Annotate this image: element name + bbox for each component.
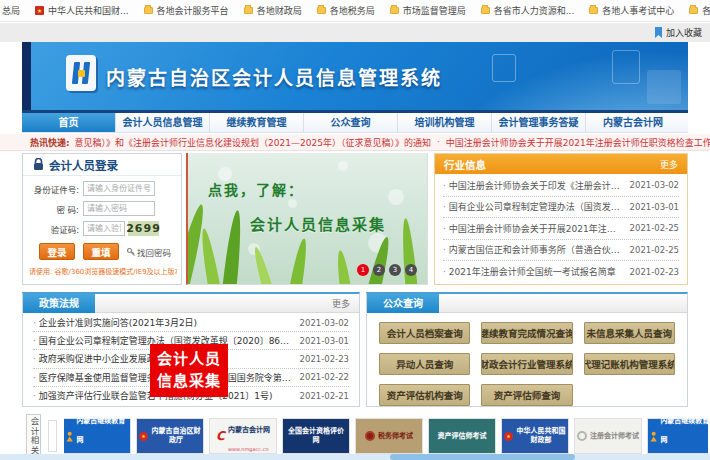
person-icon [650,431,657,442]
industry-panel-title: 行业信息 [444,157,486,172]
ticker-news-link[interactable]: 意见稿）》和《注册会计师行业信息化建设规划（2021—2025年）（征求意见稿）… [75,136,431,149]
captcha-input[interactable] [83,221,125,236]
carousel-dot-4[interactable]: 4 [405,264,417,276]
news-item[interactable]: 国有企业公司章程制定管理办法（国资发改革规〔2020...2021-03-01 [443,197,679,219]
partner-logo-jxjy[interactable]: 内蒙古继续教育网www.nmgjxjy.com [64,419,130,453]
news-item[interactable]: 中国注册会计师协会关于印发《注册会计师行业发展规...2021-03-02 [443,175,679,197]
lock-icon [33,158,44,171]
favorites-strip: 加入收藏 [0,23,710,42]
add-to-favorites-link[interactable]: 加入收藏 [654,26,702,39]
industry-more-link[interactable]: 更多 [660,158,678,171]
query-continuing-education-button[interactable]: 继续教育完成情况查询 [481,322,572,344]
bookmark-item[interactable]: 各地人事考试中心 [589,4,674,17]
partner-logo-ministry-of-finance[interactable]: 中华人民共和国财政部 [502,419,568,453]
main-navigation: 首页 会计人员信息管理 继续教育管理 公众查询 培训机构管理 会计管理事务答疑 … [22,113,688,133]
bookmark-item[interactable]: 市场监督管理局 [390,4,466,17]
query-transferred-personnel-button[interactable]: 异动人员查询 [379,353,470,375]
nav-tab-public-query[interactable]: 公众查询 [304,113,398,132]
partner-logo-national-qualification[interactable]: 全国会计资格评价网 [283,419,349,453]
captcha-image[interactable]: 2699 [128,221,159,236]
browser-requirement-note: 请使用: 谷歌/360浏览器极速模式/IE9及以上版本 [29,266,177,276]
carousel-dot-1[interactable]: 1 [357,264,369,276]
id-input[interactable] [83,181,155,196]
partner-logo-nmg-accounting[interactable]: C 内蒙古会计网www.nmgacc.cn [210,419,276,453]
policy-more-link[interactable]: 更多 [332,297,359,310]
carousel-dot-2[interactable]: 2 [373,264,385,276]
ticker-news-link[interactable]: 中国注册会计师协会关于开展2021年注册会计师任职资格检查工作的通知 [446,136,710,149]
partner-logo-nmg-finance-dept[interactable]: 内蒙古自治区财政厅 [137,419,203,453]
nav-tab-personnel-info[interactable]: 会计人员信息管理 [116,113,210,132]
banner-decoration [647,70,681,104]
banner-curve-decoration [403,42,688,110]
news-item[interactable]: 内蒙古国信正和会计师事务所（普通合伙）终止公告2021-02-25 [443,240,679,262]
find-password-link[interactable]: 找回密码 [127,246,171,258]
page: 总局 中华人民共和国财... 各地会计服务平台 各地财政局 各地税务局 市场监督… [0,0,710,460]
info-collection-floating-ad[interactable]: 会计人员 信息采集 [150,344,228,397]
bookmark-item[interactable]: 各地统计局 [689,4,710,17]
bookmark-item[interactable]: 各省市人力资源和... [481,4,575,17]
bookmark-item[interactable]: 中华人民共和国财... [35,4,129,17]
news-item[interactable]: 中国注册会计师协会关于开展2021年注册会计师任职资...2021-02-25 [443,218,679,240]
partner-logo-appraiser-exam[interactable]: 资产评估师考试 [429,419,495,453]
national-emblem-icon [504,432,513,441]
site-logo [66,55,96,91]
query-bookkeeping-agency-system-button[interactable]: 代理记账机构管理系统 [584,353,675,375]
bookmark-item[interactable]: 各地会计服务平台 [144,4,229,17]
query-uncollected-personnel-button[interactable]: 未信息采集人员查询 [584,322,675,344]
key-icon [127,248,135,256]
nav-tab-home[interactable]: 首页 [22,113,116,132]
partner-logo-partial [48,420,57,452]
reset-button[interactable]: 重填 [83,243,119,260]
banner-edge [22,42,31,110]
bookmark-label: 市场监督管理局 [403,4,466,17]
partner-logo-tax-agent-exam[interactable]: 税务师考试 [356,419,422,453]
password-input[interactable] [83,201,155,216]
industry-panel-header: 行业信息 更多 [435,154,687,174]
nav-tab-nmg-accounting[interactable]: 内蒙古会计网 [586,113,680,132]
login-button[interactable]: 登录 [39,243,75,260]
query-personnel-archive-button[interactable]: 会计人员档案查询 [379,322,470,344]
banner-decoration [612,50,640,84]
nav-tab-training-org[interactable]: 培训机构管理 [398,113,492,132]
nav-tab-continuing-education[interactable]: 继续教育管理 [210,113,304,132]
query-finance-accounting-system-button[interactable]: 财政会计行业管理系统 [481,353,572,375]
browser-bookmarks-bar: 总局 中华人民共和国财... 各地会计服务平台 各地财政局 各地税务局 市场监督… [0,0,710,22]
folder-icon [317,7,326,14]
query-panel-title[interactable]: 公众查询 [367,294,439,313]
query-buttons-grid: 会计人员档案查询 继续教育完成情况查询 未信息采集人员查询 异动人员查询 财政会… [367,313,687,415]
news-item[interactable]: 2021年注册会计师全国统一考试报名简章2021-02-23 [443,261,679,283]
policy-panel-header: 政策法规 更多 [23,294,359,313]
bookmark-item[interactable]: 总局 [2,4,20,17]
folder-icon [144,7,153,14]
folder-icon [390,7,399,14]
horizontal-scrollbar-thumb[interactable] [390,454,575,460]
bookmark-item[interactable]: 各地税务局 [317,4,375,17]
partner-logo-cpa-exam[interactable]: 注册会计师考试 [575,419,641,453]
carousel-pagination: 1 2 3 4 [357,264,417,276]
bookmark-label: 各地税务局 [330,4,375,17]
industry-news-list: 中国注册会计师协会关于印发《注册会计师行业发展规...2021-03-02 国有… [435,174,687,283]
news-item[interactable]: 企业会计准则实施问答(2021年3月2日)2021-03-02 [33,314,349,332]
promo-carousel[interactable]: 点我，了解： 会计人员信息采集 1 2 3 4 [186,153,428,285]
policy-panel-title[interactable]: 政策法规 [23,294,95,313]
query-appraisal-org-button[interactable]: 资产评估机构查询 [379,384,470,406]
seal-icon [577,431,587,441]
partner-logo-jxjy-2[interactable]: 内蒙古继续教育网www.nmgjxjy.com [648,419,708,453]
id-label: 身份证件号: [27,183,79,195]
query-panel-header: 公众查询 [367,294,687,313]
person-icon [66,431,73,442]
bookmark-label: 各地人事考试中心 [602,4,674,17]
bookmark-item[interactable]: 各地财政局 [244,4,302,17]
captcha-row: 验证码: 2699 [27,221,177,236]
bookmark-label: 总局 [2,4,20,17]
favorites-label: 加入收藏 [666,26,702,39]
bookmark-label: 各地会计服务平台 [157,4,229,17]
ticker-separator: · [437,137,440,147]
captcha-label: 验证码: [27,223,79,235]
nav-tab-qa[interactable]: 会计管理事务答疑 [492,113,586,132]
national-emblem-icon [139,432,148,441]
query-appraiser-button[interactable]: 资产评估师查询 [481,384,572,406]
carousel-dot-3[interactable]: 3 [389,264,401,276]
bookmark-label: 各地财政局 [257,4,302,17]
bookmark-label: 各地统计局 [702,4,710,17]
